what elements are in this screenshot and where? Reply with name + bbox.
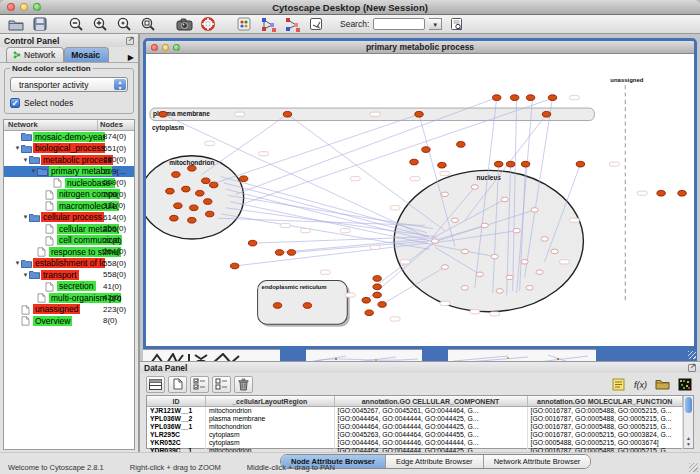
column-header[interactable]: annotation.GO MOLECULAR_FUNCTION (528, 396, 683, 406)
table-cell[interactable]: [GO:0044464, GO:0044444, GO:0044425, G..… (335, 423, 528, 431)
node-unselected[interactable] (481, 223, 488, 228)
table-cell[interactable]: YPL036W__1 (147, 423, 206, 431)
table-row[interactable]: YJR121W__1mitochondrion[GO:0045267, GO:0… (147, 407, 683, 415)
select-network-icon[interactable] (282, 16, 302, 33)
tree-row-primary-metabo[interactable]: ▼primary metabo209(... (4, 166, 134, 178)
tab-overflow-icon[interactable]: ▶ (126, 53, 136, 62)
disclosure-triangle-icon[interactable]: ▼ (14, 145, 21, 151)
scrollbar-arrows-icon[interactable]: ▲▼ (684, 435, 693, 447)
tree-row-cellular-metabo[interactable]: cellular metabo209(0) (4, 223, 134, 235)
tree-row-mosaic-demo-yeast[interactable]: mosaic-demo-yeast874(0) (4, 131, 134, 143)
table-row[interactable]: YPL036W__1mitochondrion[GO:0044464, GO:0… (147, 423, 683, 431)
table-cell[interactable]: cytoplasm (206, 431, 335, 439)
node-selected[interactable] (159, 111, 167, 117)
network-canvas[interactable]: plasma membranecytoplasmmitochondrionnuc… (146, 54, 694, 346)
tree-row-biological-process[interactable]: ▼biological_process651(0) (4, 143, 134, 155)
node-selected[interactable] (362, 297, 370, 303)
node-selected[interactable] (166, 188, 174, 194)
node-unselected[interactable] (531, 208, 538, 213)
column-header[interactable]: annotation.GO CELLULAR_COMPONENT (335, 396, 528, 406)
node-selected[interactable] (657, 190, 665, 196)
node-selected[interactable] (210, 182, 218, 188)
background-window-frame[interactable] (280, 349, 306, 361)
node-selected[interactable] (190, 205, 198, 211)
tree-row-nucleobase-[interactable]: nucleobase-209(0) (4, 177, 134, 189)
disclosure-triangle-icon[interactable]: ▼ (22, 272, 29, 278)
attribute-matrix-icon[interactable] (675, 376, 694, 393)
node-unselected[interactable] (461, 249, 468, 254)
tree-row-response-to-stimul[interactable]: response to stimul264(0) (4, 246, 134, 258)
column-header[interactable]: _cellularLayoutRegion (206, 396, 335, 406)
node-selected[interactable] (202, 178, 210, 184)
node-selected[interactable] (206, 211, 214, 217)
table-cell[interactable]: [GO:0044464, GO:0044446, GO:0044444, G..… (335, 439, 528, 447)
background-window[interactable] (448, 349, 596, 361)
table-cell[interactable]: mitochondrion (206, 423, 335, 431)
open-folder-icon[interactable] (6, 16, 26, 33)
node-selected[interactable] (548, 95, 556, 101)
node-unselected[interactable] (541, 237, 548, 242)
tree-row-metabolic-process[interactable]: ▼metabolic process280(0) (4, 154, 134, 166)
table-scrollbar[interactable]: ▲▼ (683, 396, 693, 448)
background-window[interactable] (306, 349, 422, 361)
annotation-icon[interactable] (306, 16, 326, 33)
tree-row-macromolecule[interactable]: macromolecule311(0) (4, 200, 134, 212)
network-graph[interactable]: plasma membranecytoplasmmitochondrionnuc… (146, 54, 694, 346)
column-header[interactable]: ID (147, 396, 206, 406)
node-unselected[interactable] (526, 286, 533, 291)
zoom-in-icon[interactable] (90, 16, 110, 33)
table-cell[interactable]: [GO:0045263, GO:0044464, GO:0044455, G..… (335, 431, 528, 439)
node-unselected[interactable] (551, 249, 558, 254)
node-selected[interactable] (188, 217, 196, 223)
node-selected[interactable] (521, 161, 529, 167)
edge[interactable] (216, 114, 419, 183)
save-icon[interactable] (30, 16, 50, 33)
node-selected[interactable] (576, 161, 584, 167)
region-nucleus[interactable] (394, 170, 583, 311)
zoom-selected-icon[interactable] (138, 16, 158, 33)
node-selected[interactable] (542, 111, 550, 117)
tree-row-unassigned[interactable]: unassigned223(0) (4, 304, 134, 316)
tree-row-overview[interactable]: Overview8(0) (4, 315, 134, 327)
search-input[interactable] (373, 18, 425, 30)
tree-row-transport[interactable]: ▼transport558(0) (4, 269, 134, 281)
disclosure-triangle-icon[interactable]: ▼ (30, 168, 37, 174)
node-unselected[interactable] (513, 228, 520, 233)
table-cell[interactable]: [GO:0005488, GO:0005215, GO:0003674] (528, 439, 683, 447)
table-cell[interactable]: [GO:0016787, GO:0005215, GO:0003824, G..… (528, 431, 683, 439)
node-selected[interactable] (457, 142, 465, 148)
scrollbar-thumb[interactable] (685, 397, 692, 413)
table-row[interactable]: YPL036W__2plasma membrane[GO:0044464, GO… (147, 415, 683, 423)
disclosure-triangle-icon[interactable]: ▼ (22, 214, 29, 220)
zoom-fit-icon[interactable] (114, 16, 134, 33)
help-lifesaver-icon[interactable] (198, 16, 218, 33)
table-cell[interactable]: YPL036W__2 (147, 415, 206, 423)
tab-network[interactable]: Network (6, 47, 64, 62)
node-selected[interactable] (510, 95, 518, 101)
zoom-out-icon[interactable] (66, 16, 86, 33)
node-selected[interactable] (204, 199, 212, 205)
node-selected[interactable] (170, 215, 178, 221)
tree-row-nitrogen-compo[interactable]: nitrogen compo209(0) (4, 189, 134, 201)
node-unselected[interactable] (496, 289, 503, 294)
node-selected[interactable] (182, 186, 190, 192)
background-window-frame[interactable] (596, 349, 697, 361)
tree-column-nodes[interactable]: Nodes (98, 120, 134, 130)
float-panel-icon[interactable] (126, 37, 134, 45)
node-selected[interactable] (526, 95, 534, 101)
node-selected[interactable] (378, 302, 386, 308)
node-selected[interactable] (678, 190, 686, 196)
node-selected[interactable] (188, 166, 196, 172)
table-cell[interactable]: [GO:0016787, GO:0005488, GO:0005215, G..… (528, 407, 683, 415)
layout-network-icon[interactable] (258, 16, 278, 33)
node-selected[interactable] (196, 190, 204, 196)
node-selected[interactable] (373, 276, 381, 282)
node-selected[interactable] (303, 303, 311, 309)
node-selected[interactable] (410, 159, 418, 165)
node-selected[interactable] (273, 303, 281, 309)
node-unselected[interactable] (441, 192, 448, 197)
table-cell[interactable]: mitochondrion (206, 407, 335, 415)
unselect-attributes-icon[interactable] (212, 376, 231, 393)
tree-column-network[interactable]: Network (4, 120, 98, 130)
node-selected[interactable] (275, 250, 283, 256)
